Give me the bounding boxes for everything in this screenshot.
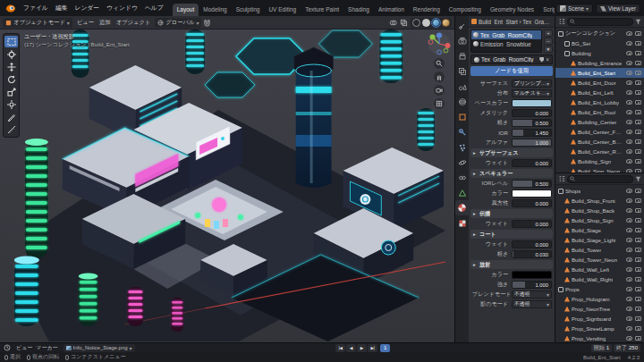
disable-render-icon[interactable] [635, 100, 641, 105]
property-row[interactable]: ▸ IORレベル 0.500 0.500▾ [469, 179, 555, 189]
tool-measure[interactable] [4, 123, 18, 135]
timeline-editor-icon[interactable] [4, 344, 11, 351]
hide-viewport-icon[interactable] [626, 316, 632, 321]
outliner-row[interactable]: Build_Wall_Right [555, 274, 644, 284]
outliner-row[interactable]: Build_Ent_Left [555, 88, 644, 97]
outliner-row[interactable]: Build_Stage_Light [555, 235, 644, 245]
property-row[interactable]: ▸ サーフェス プリンシプルBSDF プリンシプルBSDF▾ [469, 79, 555, 88]
hide-viewport-icon[interactable] [626, 248, 632, 252]
disable-render-icon[interactable] [635, 41, 641, 46]
workspace-tab[interactable]: Shading [343, 4, 374, 16]
slot-specials-button[interactable]: ▾ [544, 46, 553, 53]
slider[interactable]: 1.450 [512, 129, 552, 137]
tool-scale[interactable] [4, 86, 18, 97]
disable-render-icon[interactable] [635, 218, 641, 223]
hide-viewport-icon[interactable] [626, 71, 632, 75]
property-row[interactable]: ▸ ウェイト 0.000 0.000▾ [469, 240, 555, 249]
shading-wireframe-icon[interactable] [412, 19, 420, 27]
menu-item[interactable]: ファイル [20, 2, 52, 14]
current-frame-field[interactable]: 1 [380, 344, 390, 352]
hide-viewport-icon[interactable] [626, 31, 632, 36]
outliner-row[interactable]: Build_Wall_Left [555, 265, 644, 274]
property-row[interactable]: ▸ 粗さ 0.500 0.500▾ [469, 118, 555, 128]
disable-render-icon[interactable] [635, 51, 641, 55]
hide-viewport-icon[interactable] [626, 189, 632, 193]
frame-end-field[interactable]: 終了250 [614, 344, 640, 352]
hide-viewport-icon[interactable] [626, 130, 632, 134]
disable-render-icon[interactable] [635, 80, 641, 85]
disable-render-icon[interactable] [635, 277, 641, 282]
property-row[interactable]: ▸ 影のモード 不透明 不透明▾ [469, 299, 555, 309]
property-row[interactable]: ▸ コート ▾ [470, 230, 553, 239]
scene-selector[interactable]: Scene ▾ [555, 4, 593, 13]
shading-solid-icon[interactable] [422, 19, 430, 27]
disable-render-icon[interactable] [635, 110, 641, 114]
props-tab-material[interactable] [455, 200, 469, 215]
tool-transform[interactable] [4, 98, 18, 110]
camera-view-icon[interactable] [434, 85, 445, 96]
menu-item[interactable]: 編集 [52, 2, 72, 14]
props-tab-physics[interactable] [455, 155, 469, 170]
disable-render-icon[interactable] [635, 120, 641, 124]
slider[interactable]: 0.000 [512, 199, 552, 207]
workspace-tab[interactable]: Compositing [445, 4, 486, 16]
props-tab-object[interactable] [455, 109, 469, 124]
property-row[interactable]: ▸ スペキュラー ▾ [470, 169, 553, 178]
shading-rendered-icon[interactable] [442, 19, 450, 27]
outliner-row[interactable]: Build_Shop_Sign [555, 215, 644, 225]
props-tab-render[interactable] [455, 33, 469, 48]
outliner-editor-icon[interactable] [558, 175, 565, 182]
outliner-row[interactable]: Build_Ent_Lobby [555, 97, 644, 107]
color-swatch[interactable] [512, 189, 552, 198]
outliner-row[interactable]: Building_Entrance [555, 58, 644, 68]
color-swatch[interactable] [512, 271, 552, 279]
disable-render-icon[interactable] [635, 248, 641, 252]
hide-viewport-icon[interactable] [626, 218, 632, 223]
fake-user-shield-icon[interactable] [539, 57, 544, 63]
property-row[interactable]: ▸ カラー ▾ [469, 270, 555, 280]
property-row[interactable]: ▸ カラー ▾ [469, 189, 555, 198]
timeline-menu-item[interactable]: マーカー [34, 344, 59, 352]
disable-render-icon[interactable] [635, 257, 641, 262]
property-row[interactable]: ▸ ウェイト 0.000 0.000▾ [469, 158, 555, 168]
property-row[interactable]: ▸ 粗さ 0.030 0.030▾ [469, 249, 555, 259]
hide-viewport-icon[interactable] [626, 307, 632, 311]
property-row[interactable]: ▸ アルファ 1.000 1.000▾ [469, 138, 555, 147]
props-tab-modifiers[interactable] [455, 124, 469, 139]
workspace-tab[interactable]: Animation [374, 4, 409, 16]
timeline-menu-item[interactable]: ビュー [14, 344, 34, 352]
workspace-tab[interactable]: Geometry Nodes [486, 4, 538, 16]
outliner-row[interactable]: Building_Center [555, 117, 644, 127]
slider[interactable]: 0.000 [512, 240, 552, 248]
disable-render-icon[interactable] [635, 31, 641, 36]
property-row[interactable]: ▸ サブサーフェス ▾ [470, 148, 553, 157]
zoom-icon[interactable] [434, 58, 445, 69]
hide-viewport-icon[interactable] [626, 326, 632, 331]
outliner-row[interactable]: Prop_Vending [555, 333, 644, 342]
outliner-row[interactable]: Building [555, 48, 644, 58]
props-tab-output[interactable] [455, 48, 469, 63]
transport-button[interactable]: ▶ [357, 344, 367, 352]
overlays-icon[interactable] [389, 19, 397, 27]
disable-render-icon[interactable] [635, 90, 641, 95]
property-row[interactable]: ▸ ベースカラー ▾ [469, 98, 555, 108]
tool-rotate[interactable] [4, 73, 18, 85]
hide-viewport-icon[interactable] [626, 238, 632, 242]
material-datablock[interactable]: Tex_Grab_RoomCity × [470, 55, 553, 64]
outliner-row[interactable]: シーンコレクション [555, 29, 644, 38]
disable-render-icon[interactable] [635, 307, 641, 311]
hide-viewport-icon[interactable] [626, 336, 632, 341]
outliner-row[interactable]: Prop_Signboard [555, 314, 644, 324]
hide-viewport-icon[interactable] [626, 277, 632, 282]
tool-move[interactable] [4, 61, 18, 72]
disable-render-icon[interactable] [635, 61, 641, 65]
slider[interactable]: 0.000 [512, 220, 552, 228]
outliner-row[interactable]: Build_Center_Back [555, 137, 644, 147]
hide-viewport-icon[interactable] [626, 169, 632, 173]
unlink-icon[interactable]: × [546, 56, 549, 63]
image-datablock[interactable]: Info_Notice_Stage.png ▾ [64, 344, 135, 352]
disable-render-icon[interactable] [635, 139, 641, 144]
workspace-tab[interactable]: Layout [173, 4, 199, 16]
hide-viewport-icon[interactable] [626, 297, 632, 301]
slider[interactable]: 1.000 [512, 281, 552, 289]
